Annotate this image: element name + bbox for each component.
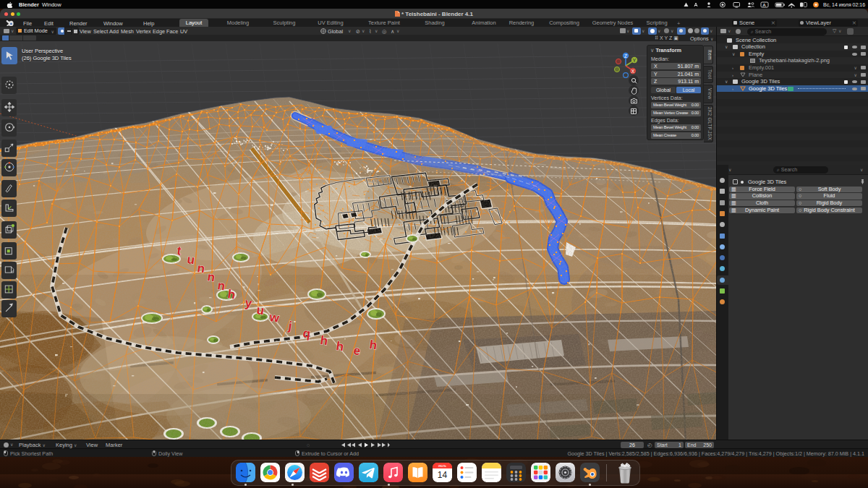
svg-text:X: X xyxy=(631,69,635,74)
svg-text:Y: Y xyxy=(633,58,637,63)
svg-text:A: A xyxy=(762,1,766,7)
svg-text:июль: июль xyxy=(438,464,446,468)
svg-text:Z: Z xyxy=(624,53,627,59)
svg-text:14: 14 xyxy=(438,470,448,480)
